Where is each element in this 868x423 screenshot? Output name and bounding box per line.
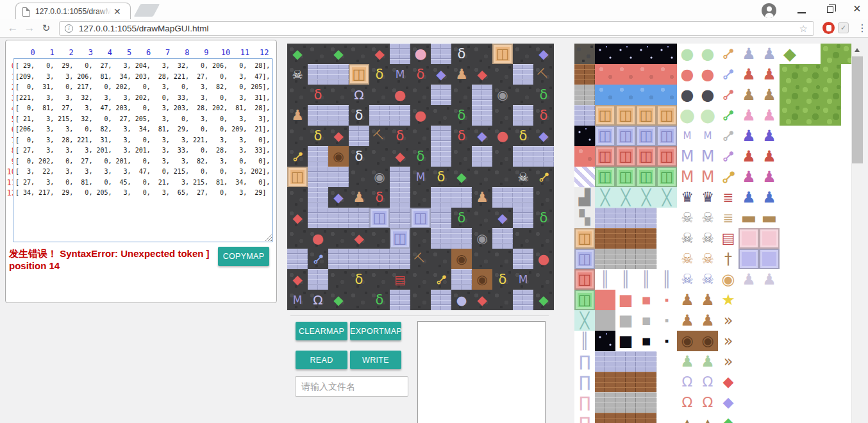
map-tile[interactable]: δ <box>431 167 451 187</box>
tileset-tile[interactable] <box>800 85 821 105</box>
map-tile[interactable]: ♟ <box>472 187 492 208</box>
map-tile[interactable]: δ <box>369 290 390 310</box>
map-tile[interactable] <box>472 44 492 64</box>
tileset-tile[interactable]: ◫ <box>636 105 656 126</box>
map-tile[interactable] <box>328 64 349 85</box>
tileset-tile[interactable] <box>636 64 656 85</box>
map-tile[interactable]: δ <box>533 85 554 105</box>
tileset-tile[interactable] <box>739 351 759 372</box>
map-tile[interactable] <box>451 85 472 105</box>
map-tile[interactable] <box>451 269 472 290</box>
map-tile[interactable] <box>390 208 410 228</box>
map-tile[interactable] <box>451 228 472 249</box>
map-tile[interactable]: ◫ <box>287 167 308 187</box>
tileset-tile[interactable] <box>739 372 759 392</box>
map-tile[interactable] <box>349 44 369 64</box>
tileset-tile[interactable] <box>574 146 595 167</box>
map-tile[interactable] <box>410 126 431 146</box>
tileset-tile[interactable]: ╳ <box>574 310 595 331</box>
tileset-tile[interactable] <box>800 228 821 249</box>
tileset-tile[interactable]: ● <box>677 105 697 126</box>
forward-button[interactable]: → <box>22 19 37 37</box>
map-tile[interactable] <box>513 290 533 310</box>
tileset-tile[interactable]: ≣ <box>718 187 739 208</box>
map-tile[interactable]: ◉ <box>492 85 513 105</box>
tileset-tile[interactable]: ♛ <box>697 187 718 208</box>
window-close-button[interactable]: × <box>853 1 861 16</box>
map-tile[interactable] <box>513 64 533 85</box>
tileset-tile[interactable]: ╳ <box>636 187 656 208</box>
map-tile[interactable]: ◆ <box>533 290 554 310</box>
tileset-tile[interactable] <box>780 351 800 372</box>
map-tile[interactable] <box>390 249 410 269</box>
tileset-tile[interactable] <box>800 351 821 372</box>
tileset-tile[interactable]: ╳ <box>595 187 615 208</box>
tileset-tile[interactable]: ■ <box>615 331 636 351</box>
tileset-tile[interactable] <box>574 44 595 64</box>
tileset-tile[interactable] <box>821 187 841 208</box>
tileset-tile[interactable] <box>636 208 656 228</box>
tileset-tile[interactable] <box>821 310 841 331</box>
tileset-tile[interactable]: ◫ <box>656 146 677 167</box>
map-tile[interactable] <box>513 146 533 167</box>
url-text[interactable]: 127.0.0.1:1055/drawMapGUI.html <box>79 24 209 33</box>
tileset-tile[interactable]: Ω <box>677 392 697 413</box>
tileset-tile[interactable]: ◫ <box>595 167 615 187</box>
tileset-tile[interactable] <box>574 64 595 85</box>
tileset-tile[interactable] <box>595 392 615 413</box>
tileset-tile[interactable]: M <box>697 146 718 167</box>
tileset-tile[interactable]: » <box>718 310 739 331</box>
map-tile[interactable] <box>349 208 369 228</box>
map-tile[interactable]: δ <box>451 208 472 228</box>
tileset-tile[interactable]: ● <box>697 64 718 85</box>
map-tile[interactable] <box>390 290 410 310</box>
map-tile[interactable]: ◆ <box>492 208 513 228</box>
tileset-tile[interactable]: ♟ <box>677 290 697 310</box>
tileset-tile[interactable] <box>821 331 841 351</box>
map-canvas[interactable]: ◆◆◆●δ◫◆☠◫δMδ◆♟◆⊤δΩ●◉δ♟δ●δδδ◆⊤δδ◆●δ◆⊶◉δ◆δ… <box>287 44 554 310</box>
map-tile[interactable] <box>472 167 492 187</box>
tileset-tile[interactable]: ◫ <box>615 167 636 187</box>
tileset-tile[interactable]: ♟ <box>697 290 718 310</box>
tileset-tile[interactable] <box>636 228 656 249</box>
map-tile[interactable]: ◆ <box>533 44 554 64</box>
map-tile[interactable] <box>390 167 410 187</box>
tileset-tile[interactable] <box>841 105 851 126</box>
tileset-tile[interactable] <box>821 372 841 392</box>
map-tile[interactable]: ◫ <box>390 228 410 249</box>
tileset-tile[interactable] <box>780 269 800 290</box>
tileset-tile[interactable]: ■ <box>656 331 677 351</box>
tileset-tile[interactable] <box>595 249 615 269</box>
tileset-tile[interactable]: ◉ <box>677 331 697 351</box>
tileset-tile[interactable]: ◫ <box>574 249 595 269</box>
tileset-tile[interactable] <box>595 85 615 105</box>
tileset-tile[interactable]: » <box>718 331 739 351</box>
tileset-tile[interactable]: ∏ <box>574 392 595 413</box>
tileset-tile[interactable] <box>800 187 821 208</box>
tileset-tile[interactable]: ⊶ <box>718 167 739 187</box>
read-button[interactable]: READ <box>296 351 347 369</box>
map-tile[interactable]: ◉ <box>472 228 492 249</box>
tileset-tile[interactable] <box>841 310 851 331</box>
tileset-tile[interactable] <box>636 392 656 413</box>
tileset-tile[interactable]: ◫ <box>574 228 595 249</box>
map-tile[interactable] <box>369 105 390 126</box>
map-tile[interactable]: δ <box>410 146 431 167</box>
checkbox-extension-icon[interactable]: ✓ <box>838 22 849 33</box>
tileset-tile[interactable] <box>821 290 841 310</box>
bookmark-star-icon[interactable]: ☆ <box>799 23 808 35</box>
tileset-tile[interactable] <box>821 249 841 269</box>
map-tile[interactable]: δ <box>533 208 554 228</box>
tileset-tile[interactable]: ◫ <box>636 126 656 146</box>
map-tile[interactable]: ◆ <box>451 167 472 187</box>
tileset-tile[interactable]: ▚ <box>574 208 595 228</box>
map-tile[interactable] <box>492 228 513 249</box>
tileset-tile[interactable]: ◫ <box>656 167 677 187</box>
map-tile[interactable]: δ <box>369 64 390 85</box>
tileset-tile[interactable]: ◆ <box>780 44 800 64</box>
scrollbar-up-arrow-icon[interactable] <box>852 46 863 54</box>
tileset-tile[interactable] <box>821 269 841 290</box>
tileset-tile[interactable] <box>821 146 841 167</box>
map-tile[interactable]: ▤ <box>390 269 410 290</box>
tileset-tile[interactable]: Ω <box>697 372 718 392</box>
